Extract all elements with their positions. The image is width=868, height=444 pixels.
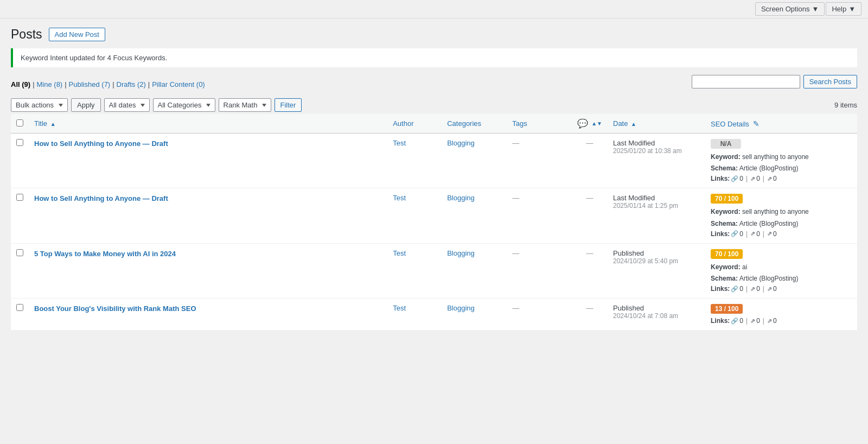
search-input[interactable] (692, 75, 800, 88)
date-value: 2025/01/20 at 10:38 am (613, 147, 700, 155)
th-date[interactable]: Date ▲ (608, 114, 705, 134)
comments-value: — (586, 249, 593, 257)
subnav-item-drafts[interactable]: Drafts (2) (117, 80, 146, 88)
external-link-count: 0 (756, 230, 760, 238)
row-author-cell: Test (387, 134, 442, 188)
th-seo-label: SEO Details (711, 120, 749, 128)
th-tags: Tags (507, 114, 572, 134)
external-link-icon: ⇗ (750, 286, 755, 293)
row-checkbox-cell (11, 188, 29, 243)
row-checkbox[interactable] (16, 194, 23, 201)
toolbar: Bulk actions Apply All dates All Categor… (11, 98, 857, 112)
above-table-row: All (9) | Mine (8) | Published (7) | Dra… (11, 75, 857, 94)
categories-filter-select[interactable]: All Categories (153, 98, 215, 112)
table-body: How to Sell Anything to Anyone — Draft T… (11, 134, 857, 331)
author-link[interactable]: Test (393, 249, 406, 257)
row-comments-cell: — (572, 243, 608, 298)
select-all-checkbox[interactable] (16, 119, 23, 126)
row-checkbox-cell (11, 134, 29, 188)
seo-score-badge: 70 / 100 (711, 249, 743, 259)
row-checkbox[interactable] (16, 304, 23, 311)
subnav-item-pillar[interactable]: Pillar Content (0) (152, 80, 205, 88)
items-count: 9 items (834, 101, 857, 109)
internal-link-icon: 🔗 (731, 318, 738, 325)
date-status: Last Modified (613, 139, 700, 147)
external-link-count: 0 (756, 175, 760, 182)
seo-keyword-line: Keyword: sell anything to anyone (711, 207, 852, 217)
date-status: Last Modified (613, 194, 700, 202)
row-title-cell: How to Sell Anything to Anyone — Draft (29, 134, 387, 188)
filter-button[interactable]: Filter (275, 98, 302, 112)
row-date-cell: Published 2024/10/24 at 7:08 am (608, 299, 705, 331)
bulk-actions-select[interactable]: Bulk actions (11, 98, 68, 112)
subnav-item-published[interactable]: Published (7) (69, 80, 111, 88)
tags-value: — (512, 249, 519, 257)
external-link-icon: ⇗ (750, 318, 755, 325)
seo-schema-line: Schema: Article (BlogPosting) (711, 219, 852, 229)
post-title-link[interactable]: Boost Your Blog's Visibility with Rank M… (34, 304, 382, 314)
category-link[interactable]: Blogging (447, 139, 475, 147)
author-link[interactable]: Test (393, 304, 406, 312)
row-author-cell: Test (387, 243, 442, 298)
category-link[interactable]: Blogging (447, 304, 475, 312)
th-seo: SEO Details ✎ (705, 114, 857, 134)
row-seo-cell: 70 / 100 Keyword: sell anything to anyon… (705, 188, 857, 243)
screen-options-chevron-icon: ▼ (812, 5, 819, 13)
affiliate-link-icon: ⇗ (767, 318, 772, 325)
seo-keyword-line: Keyword: ai (711, 262, 852, 272)
help-button[interactable]: Help ▼ (826, 2, 861, 16)
help-label: Help (832, 5, 846, 13)
internal-link-count: 0 (739, 175, 743, 182)
row-checkbox[interactable] (16, 249, 23, 256)
post-title-link[interactable]: How to Sell Anything to Anyone — Draft (34, 194, 382, 204)
row-tags-cell: — (507, 243, 572, 298)
row-author-cell: Test (387, 299, 442, 331)
title-sort-icon: ▲ (50, 121, 56, 127)
rank-math-select[interactable]: Rank Math (219, 98, 271, 112)
th-date-label: Date (613, 119, 628, 128)
notice-bar: Keyword Intent updated for 4 Focus Keywo… (11, 48, 857, 67)
screen-options-button[interactable]: Screen Options ▼ (755, 2, 825, 16)
subnav-item-mine[interactable]: Mine (8) (37, 80, 63, 88)
affiliate-link-icon: ⇗ (767, 230, 772, 237)
author-link[interactable]: Test (393, 194, 406, 202)
internal-link-icon: 🔗 (731, 286, 738, 293)
tags-value: — (512, 194, 519, 202)
post-title-link[interactable]: 5 Top Ways to Make Money with AI in 2024 (34, 249, 382, 259)
author-link[interactable]: Test (393, 139, 406, 147)
table-row: How to Sell Anything to Anyone — Draft T… (11, 188, 857, 243)
category-link[interactable]: Blogging (447, 194, 475, 202)
th-comments[interactable]: 💬 ▲▼ (572, 114, 608, 134)
main-content: Posts Add New Post Keyword Intent update… (0, 18, 868, 341)
affiliate-link-count: 0 (773, 175, 777, 182)
row-checkbox-cell (11, 243, 29, 298)
row-title-cell: How to Sell Anything to Anyone — Draft (29, 188, 387, 243)
row-categories-cell: Blogging (442, 299, 507, 331)
search-posts-button[interactable]: Search Posts (803, 75, 857, 88)
row-checkbox[interactable] (16, 139, 23, 146)
row-categories-cell: Blogging (442, 134, 507, 188)
category-link[interactable]: Blogging (447, 249, 475, 257)
th-title[interactable]: Title ▲ (29, 114, 387, 134)
internal-link-icon: 🔗 (731, 175, 738, 182)
screen-options-label: Screen Options (761, 5, 810, 13)
seo-edit-icon[interactable]: ✎ (753, 119, 760, 128)
add-new-post-button[interactable]: Add New Post (49, 28, 105, 41)
row-seo-cell: 70 / 100 Keyword: ai Schema: Article (Bl… (705, 243, 857, 298)
post-title-link[interactable]: How to Sell Anything to Anyone — Draft (34, 139, 382, 149)
row-comments-cell: — (572, 188, 608, 243)
row-categories-cell: Blogging (442, 243, 507, 298)
seo-schema-line: Schema: Article (BlogPosting) (711, 163, 852, 174)
internal-link-icon: 🔗 (731, 230, 738, 237)
comments-value: — (586, 139, 593, 147)
subnav-item-all[interactable]: All (9) (11, 80, 30, 88)
apply-button[interactable]: Apply (71, 98, 101, 112)
dates-filter-select[interactable]: All dates (104, 98, 150, 112)
seo-links-line: Links: 🔗 0 | ⇗ 0 | ⇗ 0 (711, 317, 852, 325)
table-row: 5 Top Ways to Make Money with AI in 2024… (11, 243, 857, 298)
table-header-row: Title ▲ Author Categories Tags 💬 ▲▼ Date (11, 114, 857, 134)
row-tags-cell: — (507, 134, 572, 188)
page-title: Posts (11, 27, 42, 42)
row-seo-cell: N/A Keyword: sell anything to anyone Sch… (705, 134, 857, 188)
row-categories-cell: Blogging (442, 188, 507, 243)
